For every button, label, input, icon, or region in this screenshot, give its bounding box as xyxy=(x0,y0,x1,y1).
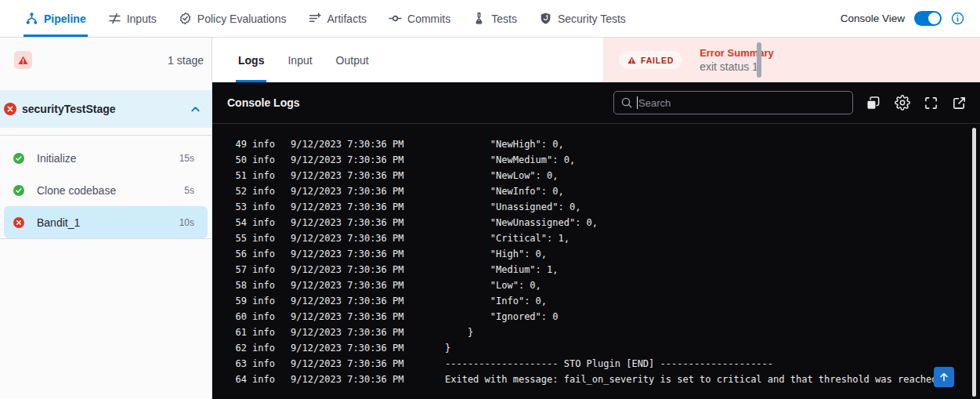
log-message: "NewMedium": 0, xyxy=(445,152,980,168)
log-message: "Unassigned": 0, xyxy=(445,199,980,215)
log-line-number: 50 xyxy=(235,152,252,168)
success-check-icon xyxy=(13,153,24,164)
log-line-number: 58 xyxy=(235,277,252,293)
nav-tab-commits[interactable]: Commits xyxy=(387,0,452,37)
console-view-label: Console View xyxy=(841,13,905,24)
log-message: "NewInfo": 0, xyxy=(445,183,980,199)
console-header: Console Logs xyxy=(212,82,980,124)
nav-tab-label: Security Tests xyxy=(558,13,626,25)
log-level: info xyxy=(252,325,291,340)
tab-label: Logs xyxy=(238,54,264,67)
log-timestamp: 9/12/2023 7:30:36 PM xyxy=(291,293,445,309)
failed-badge: FAILED xyxy=(619,51,682,69)
log-line-number: 60 xyxy=(235,309,252,325)
nav-tab-security-tests[interactable]: Security Tests xyxy=(537,0,627,37)
artifacts-icon xyxy=(308,12,321,25)
nav-tab-tests[interactable]: Tests xyxy=(471,0,519,37)
tab-label: Output xyxy=(336,54,369,67)
log-timestamp: 9/12/2023 7:30:36 PM xyxy=(291,183,445,199)
open-in-new-icon[interactable] xyxy=(952,96,967,111)
log-message: "NewHigh": 0, xyxy=(445,136,980,152)
step-initialize[interactable]: Initialize15s xyxy=(0,142,212,174)
search-input[interactable] xyxy=(613,91,853,114)
copy-icon[interactable] xyxy=(865,95,881,111)
log-line: 61info9/12/2023 7:30:36 PM } xyxy=(235,325,980,340)
log-timestamp: 9/12/2023 7:30:36 PM xyxy=(291,215,445,230)
log-line-number: 51 xyxy=(235,168,252,183)
error-summary-title: Error Summary xyxy=(700,46,774,60)
stage-sidebar: securityTestStage Initialize15sClone cod… xyxy=(0,82,212,399)
log-message: -------------------- STO Plugin [END] --… xyxy=(445,356,980,372)
nav-tab-policy-evaluations[interactable]: Policy Evaluations xyxy=(177,0,288,37)
nav-tab-label: Policy Evaluations xyxy=(197,13,287,25)
settings-icon[interactable] xyxy=(895,95,910,111)
log-line-number: 49 xyxy=(235,136,252,152)
log-message: "NewUnassigned": 0, xyxy=(445,215,980,230)
error-panel-scrollbar[interactable] xyxy=(757,42,761,78)
log-line: 62info9/12/2023 7:30:36 PM} xyxy=(235,340,980,356)
fullscreen-icon[interactable] xyxy=(924,96,938,111)
log-lines: 49info9/12/2023 7:30:36 PM "NewHigh": 0,… xyxy=(212,124,980,387)
log-line-number: 64 xyxy=(235,372,252,387)
nav-tab-inputs[interactable]: Inputs xyxy=(107,0,158,37)
console-view-toggle[interactable] xyxy=(914,11,942,26)
log-message: "Info": 0, xyxy=(445,293,980,309)
log-level: info xyxy=(252,230,291,246)
security-tests-icon xyxy=(539,12,552,25)
body-row: securityTestStage Initialize15sClone cod… xyxy=(0,82,980,399)
toggle-knob xyxy=(928,13,940,24)
log-level: info xyxy=(252,168,291,183)
log-line-number: 54 xyxy=(235,215,252,230)
step-bandit-1[interactable]: Bandit_110s xyxy=(4,206,208,238)
tab-logs[interactable]: Logs xyxy=(236,38,266,82)
log-timestamp: 9/12/2023 7:30:36 PM xyxy=(291,136,445,152)
log-line: 56info9/12/2023 7:30:36 PM "High": 0, xyxy=(235,246,980,262)
error-summary-message: exit status 1 xyxy=(700,60,774,74)
console-scrollbar[interactable] xyxy=(972,128,976,397)
log-level: info xyxy=(252,136,291,152)
step-duration: 5s xyxy=(184,185,194,196)
log-line-number: 53 xyxy=(235,199,252,215)
scroll-to-top-button[interactable] xyxy=(934,367,954,387)
log-level: info xyxy=(252,215,291,230)
nav-tab-pipeline[interactable]: Pipeline xyxy=(24,0,88,37)
text-caret xyxy=(637,96,638,109)
nav-tab-artifacts[interactable]: Artifacts xyxy=(306,0,368,37)
log-timestamp: 9/12/2023 7:30:36 PM xyxy=(291,262,445,277)
warning-triangle-icon xyxy=(627,56,636,64)
step-clone-codebase[interactable]: Clone codebase5s xyxy=(0,174,212,206)
tab-input[interactable]: Input xyxy=(285,38,314,82)
divider xyxy=(0,238,212,239)
log-level: info xyxy=(252,293,291,309)
chevron-up-icon[interactable] xyxy=(190,103,201,115)
stage-row-securityTestStage[interactable]: securityTestStage xyxy=(0,90,212,128)
policy-evaluations-icon xyxy=(179,12,192,25)
nav-tab-label: Commits xyxy=(407,13,450,25)
log-level: info xyxy=(252,340,291,356)
tab-output[interactable]: Output xyxy=(334,38,371,82)
log-timestamp: 9/12/2023 7:30:36 PM xyxy=(291,372,445,387)
tests-icon xyxy=(472,12,486,25)
console-logs-title: Console Logs xyxy=(227,96,300,109)
info-icon[interactable] xyxy=(951,12,964,25)
log-line-number: 63 xyxy=(235,356,252,372)
step-name: Clone codebase xyxy=(37,184,116,197)
pipeline-icon xyxy=(25,12,38,25)
console-header-actions xyxy=(865,95,967,111)
log-timestamp: 9/12/2023 7:30:36 PM xyxy=(291,356,445,372)
log-line: 51info9/12/2023 7:30:36 PM "NewLow": 0, xyxy=(235,168,980,183)
log-timestamp: 9/12/2023 7:30:36 PM xyxy=(291,152,445,168)
commits-icon xyxy=(389,12,402,25)
failed-x-icon xyxy=(13,217,24,228)
error-summary-panel: FAILED Error Summary exit status 1 xyxy=(603,38,980,82)
step-name: Initialize xyxy=(37,152,77,165)
nav-tab-label: Artifacts xyxy=(327,13,367,25)
stage-count-label: 1 stage xyxy=(168,54,204,67)
log-line: 60info9/12/2023 7:30:36 PM "Ignored": 0 xyxy=(235,309,980,325)
log-line-number: 61 xyxy=(235,325,252,340)
log-line-number: 62 xyxy=(235,340,252,356)
log-message: "Medium": 1, xyxy=(445,262,980,277)
log-level: info xyxy=(252,372,291,387)
pipeline-execution-page: PipelineInputsPolicy EvaluationsArtifact… xyxy=(0,0,980,399)
log-line: 64info9/12/2023 7:30:36 PMExited with me… xyxy=(235,372,980,387)
